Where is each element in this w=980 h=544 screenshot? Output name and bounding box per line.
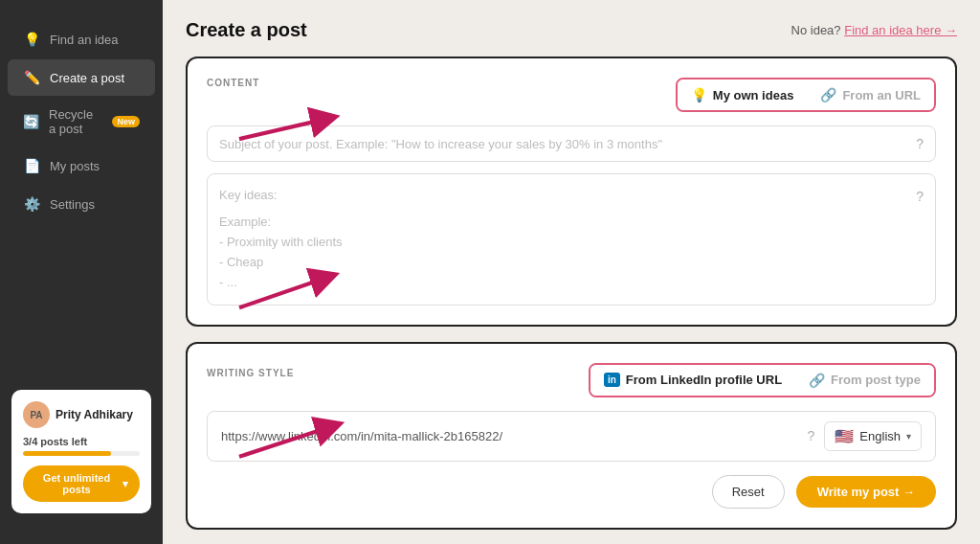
tab-from-post-type-label: From post type [831,373,921,387]
writing-style-card: WRITING STYLE in From LinkedIn profile U… [186,342,957,530]
progress-bar [23,451,140,456]
post-type-icon: 🔗 [809,373,825,388]
key-ideas-header: Key ideas: ? [219,186,924,207]
tab-from-post-type[interactable]: 🔗 From post type [795,365,934,396]
key-ideas-example: Example: - Proximity with clients - Chea… [219,213,924,292]
link-icon: 🔗 [820,87,836,102]
sidebar: 💡 Find an idea ✏️ Create a post 🔄 Recycl… [0,0,163,544]
writing-style-tab-group: in From LinkedIn profile URL 🔗 From post… [589,363,936,397]
unlimited-posts-label: Get unlimited posts [34,472,119,495]
reset-button[interactable]: Reset [712,475,785,509]
key-ideas-help-icon[interactable]: ? [916,186,924,207]
recycle-post-icon: 🔄 [23,113,39,130]
page-header: Create a post No idea? Find an idea here… [186,19,957,41]
tab-from-url-label: From an URL [842,88,921,102]
no-idea-section: No idea? Find an idea here → [791,23,957,37]
subject-help-icon[interactable]: ? [916,136,924,151]
find-idea-link[interactable]: Find an idea here → [844,23,957,37]
sidebar-label-recycle-post: Recycle a post [49,107,102,136]
unlimited-posts-button[interactable]: Get unlimited posts ▾ [23,465,140,502]
key-ideas-example-label: Example: [219,213,924,233]
key-ideas-line-2: - Cheap [219,253,924,273]
actions-row: Reset Write my post → [207,475,936,509]
key-ideas-line-1: - Proximity with clients [219,233,924,253]
tab-linkedin-profile[interactable]: in From LinkedIn profile URL [590,365,795,396]
subject-input[interactable] [219,137,916,151]
writing-card-header: WRITING STYLE in From LinkedIn profile U… [207,363,936,397]
find-idea-icon: 💡 [23,31,40,48]
key-ideas-line-3: - ... [219,273,924,293]
sidebar-item-find-idea[interactable]: 💡 Find an idea [8,21,155,57]
chevron-down-icon: ▾ [906,431,911,442]
my-posts-icon: 📄 [23,157,40,174]
sidebar-bottom: PA Prity Adhikary 3/4 posts left Get unl… [0,378,163,525]
sidebar-item-settings[interactable]: ⚙️ Settings [8,186,155,222]
sidebar-item-my-posts[interactable]: 📄 My posts [8,147,155,184]
language-selector[interactable]: 🇺🇸 English ▾ [824,421,922,451]
user-name: Prity Adhikary [56,408,133,421]
tab-linkedin-label: From LinkedIn profile URL [626,373,782,387]
main-wrapper: Create a post No idea? Find an idea here… [163,0,980,544]
create-post-icon: ✏️ [23,69,40,86]
user-header: PA Prity Adhikary [23,401,140,428]
write-my-post-button[interactable]: Write my post → [796,476,936,508]
linkedin-url-input[interactable] [221,429,798,443]
sidebar-item-create-post[interactable]: ✏️ Create a post [8,59,155,96]
writing-style-label: WRITING STYLE [207,368,294,378]
bulb-icon: 💡 [691,87,707,102]
tab-my-own-ideas[interactable]: 💡 My own ideas [678,79,808,110]
sidebar-label-my-posts: My posts [50,159,100,173]
sidebar-label-find-idea: Find an idea [50,33,119,47]
linkedin-url-row: ? 🇺🇸 English ▾ [207,411,936,462]
tab-my-own-ideas-label: My own ideas [713,88,794,102]
linkedin-icon: in [604,373,620,387]
tab-from-url[interactable]: 🔗 From an URL [807,79,934,110]
sidebar-label-create-post: Create a post [50,71,124,85]
linkedin-help-icon[interactable]: ? [808,428,815,443]
badge-recycle-post: New [112,116,140,127]
content-section-label: CONTENT [207,78,259,88]
avatar: PA [23,401,50,428]
sidebar-item-recycle-post[interactable]: 🔄 Recycle a post New [8,98,155,146]
content-card-header: CONTENT 💡 My own ideas 🔗 From an URL [207,78,936,112]
posts-left: 3/4 posts left [23,436,140,447]
content-card: CONTENT 💡 My own ideas 🔗 From an URL ? [186,57,957,327]
content-area: Create a post No idea? Find an idea here… [163,0,980,544]
page-title: Create a post [186,19,307,41]
sidebar-label-settings: Settings [50,197,95,212]
content-tab-group: 💡 My own ideas 🔗 From an URL [676,78,936,112]
settings-icon: ⚙️ [23,195,40,213]
key-ideas-label: Key ideas: [219,186,278,206]
language-flag: 🇺🇸 [835,427,854,445]
user-card: PA Prity Adhikary 3/4 posts left Get unl… [11,390,151,513]
key-ideas-box: Key ideas: ? Example: - Proximity with c… [207,173,936,306]
language-label: English [859,429,901,443]
subject-input-row: ? [207,125,936,162]
progress-fill [23,451,111,456]
